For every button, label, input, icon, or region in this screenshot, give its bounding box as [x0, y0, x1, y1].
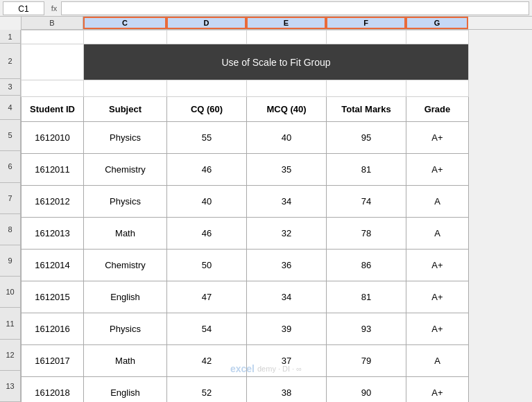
cell-g1[interactable]	[406, 30, 469, 44]
cell-row6-col1[interactable]: Chemistry	[84, 154, 167, 186]
row-num-1[interactable]: 1	[0, 30, 20, 44]
cell-f3[interactable]	[327, 80, 406, 97]
row-num-2[interactable]: 2	[0, 44, 20, 79]
cell-row7-col1[interactable]: Physics	[84, 186, 167, 218]
row-num-6[interactable]: 6	[0, 151, 20, 182]
cell-row7-col0[interactable]: 1612012	[22, 186, 84, 218]
cell-row6-col0[interactable]: 1612011	[22, 154, 84, 186]
cell-row8-col5[interactable]: A	[406, 218, 469, 250]
cell-row13-col3[interactable]: 38	[247, 377, 327, 403]
row-1	[22, 30, 469, 44]
cell-row8-col0[interactable]: 1612013	[22, 218, 84, 250]
cell-row12-col0[interactable]: 1612017	[22, 345, 84, 377]
cell-row8-col2[interactable]: 46	[167, 218, 247, 250]
cell-b1[interactable]	[22, 30, 84, 44]
col-header-f[interactable]: F	[326, 17, 406, 29]
cell-row10-col2[interactable]: 47	[167, 281, 247, 313]
cell-b2[interactable]	[22, 44, 84, 80]
cell-row12-col1[interactable]: Math	[84, 345, 167, 377]
cell-row8-col4[interactable]: 78	[327, 218, 406, 250]
cell-d1[interactable]	[167, 30, 247, 44]
cell-row7-col2[interactable]: 40	[167, 186, 247, 218]
cell-row10-col4[interactable]: 81	[327, 281, 406, 313]
cell-row11-col4[interactable]: 93	[327, 313, 406, 345]
cell-e1[interactable]	[247, 30, 327, 44]
cell-row9-col2[interactable]: 50	[167, 250, 247, 281]
cell-f1[interactable]	[327, 30, 406, 44]
cell-row7-col4[interactable]: 74	[327, 186, 406, 218]
header-mcq[interactable]: MCQ (40)	[247, 97, 327, 122]
cell-row12-col3[interactable]: 37	[247, 345, 327, 377]
cell-row9-col3[interactable]: 36	[247, 250, 327, 281]
cell-g3[interactable]	[406, 80, 469, 97]
cell-row11-col0[interactable]: 1612016	[22, 313, 84, 345]
cell-row11-col2[interactable]: 54	[167, 313, 247, 345]
formula-bar: C1 fx	[0, 0, 532, 17]
col-header-c[interactable]: C	[83, 17, 166, 29]
cell-c1[interactable]	[84, 30, 167, 44]
cell-row5-col1[interactable]: Physics	[84, 122, 167, 154]
row-num-3[interactable]: 3	[0, 79, 20, 96]
cell-row10-col1[interactable]: English	[84, 281, 167, 313]
col-header-b[interactable]: B	[21, 17, 83, 29]
cell-row6-col2[interactable]: 46	[167, 154, 247, 186]
cell-row5-col5[interactable]: A+	[406, 122, 469, 154]
cell-row13-col2[interactable]: 52	[167, 377, 247, 403]
cell-row12-col4[interactable]: 79	[327, 345, 406, 377]
header-total[interactable]: Total Marks	[327, 97, 406, 122]
cell-d3[interactable]	[167, 80, 247, 97]
cell-row10-col3[interactable]: 34	[247, 281, 327, 313]
cell-row10-col5[interactable]: A+	[406, 281, 469, 313]
cell-row13-col1[interactable]: English	[84, 377, 167, 403]
col-header-d[interactable]: D	[166, 17, 246, 29]
cell-b3[interactable]	[22, 80, 84, 97]
cell-row13-col4[interactable]: 90	[327, 377, 406, 403]
table-row: 1612011Chemistry463581A+	[22, 154, 469, 186]
row-2: Use of Scale to Fit Group	[22, 44, 469, 80]
cell-c3[interactable]	[84, 80, 167, 97]
cell-row7-col3[interactable]: 34	[247, 186, 327, 218]
cell-row13-col5[interactable]: A+	[406, 377, 469, 403]
row-num-9[interactable]: 9	[0, 245, 20, 277]
row-num-7[interactable]: 7	[0, 183, 20, 214]
row-num-10[interactable]: 10	[0, 277, 20, 308]
row-num-4[interactable]: 4	[0, 96, 20, 120]
cell-row12-col2[interactable]: 42	[167, 345, 247, 377]
cell-row7-col5[interactable]: A	[406, 186, 469, 218]
cell-row6-col3[interactable]: 35	[247, 154, 327, 186]
table-row: 1612012Physics403474A	[22, 186, 469, 218]
formula-input[interactable]	[61, 1, 529, 15]
name-box[interactable]: C1	[3, 1, 44, 15]
cell-row9-col0[interactable]: 1612014	[22, 250, 84, 281]
cell-row5-col4[interactable]: 95	[327, 122, 406, 154]
cell-row11-col1[interactable]: Physics	[84, 313, 167, 345]
cell-row6-col4[interactable]: 81	[327, 154, 406, 186]
cell-row9-col1[interactable]: Chemistry	[84, 250, 167, 281]
cell-row5-col2[interactable]: 55	[167, 122, 247, 154]
header-cq[interactable]: CQ (60)	[167, 97, 247, 122]
row-num-12[interactable]: 12	[0, 340, 20, 371]
col-header-e[interactable]: E	[246, 17, 326, 29]
cell-row9-col4[interactable]: 86	[327, 250, 406, 281]
cell-row8-col3[interactable]: 32	[247, 218, 327, 250]
cell-row6-col5[interactable]: A+	[406, 154, 469, 186]
header-student-id[interactable]: Student ID	[22, 97, 84, 122]
cell-row5-col3[interactable]: 40	[247, 122, 327, 154]
cell-row13-col0[interactable]: 1612018	[22, 377, 84, 403]
col-header-g[interactable]: G	[406, 17, 468, 29]
cell-row8-col1[interactable]: Math	[84, 218, 167, 250]
row-num-5[interactable]: 5	[0, 120, 20, 151]
cell-row9-col5[interactable]: A+	[406, 250, 469, 281]
title-cell[interactable]: Use of Scale to Fit Group	[84, 44, 469, 80]
cell-row11-col3[interactable]: 39	[247, 313, 327, 345]
row-num-8[interactable]: 8	[0, 214, 20, 245]
cell-e3[interactable]	[247, 80, 327, 97]
row-num-13[interactable]: 13	[0, 371, 20, 402]
header-grade[interactable]: Grade	[406, 97, 469, 122]
header-subject[interactable]: Subject	[84, 97, 167, 122]
row-num-11[interactable]: 11	[0, 308, 20, 339]
cell-row5-col0[interactable]: 1612010	[22, 122, 84, 154]
cell-row12-col5[interactable]: A	[406, 345, 469, 377]
cell-row11-col5[interactable]: A+	[406, 313, 469, 345]
cell-row10-col0[interactable]: 1612015	[22, 281, 84, 313]
